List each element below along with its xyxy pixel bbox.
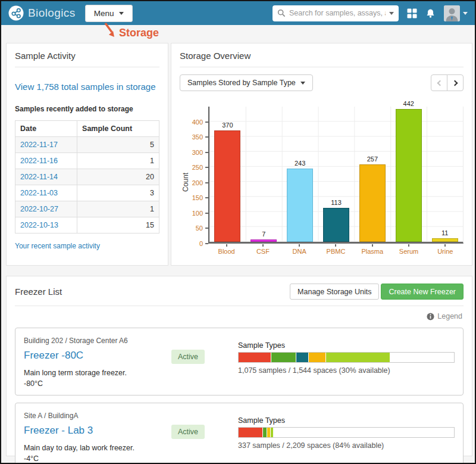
sample-type-segment[interactable]: [309, 353, 325, 362]
sample-types-bar[interactable]: [238, 352, 455, 363]
sample-type-segment[interactable]: [263, 428, 267, 437]
search-box[interactable]: [273, 5, 399, 21]
x-tick-label: CSF: [245, 244, 281, 255]
chart-y-axis-title: Count: [181, 173, 190, 192]
y-tick-label: 50: [196, 225, 203, 232]
sample-types-label: Sample Types: [238, 341, 455, 350]
chart-column: 442: [390, 107, 427, 242]
freezer-info: Site A / BuildingA Freezer - Lab 3 Main …: [24, 409, 171, 463]
bar-serum[interactable]: [396, 109, 422, 242]
legend-link[interactable]: Legend: [437, 312, 462, 320]
date-link[interactable]: 2022-11-03: [20, 189, 58, 197]
bar-value-label: 370: [209, 122, 246, 129]
bar-dna[interactable]: [287, 169, 313, 242]
freezer-status-column: Active: [171, 409, 225, 463]
recent-samples-table: Date Sample Count 2022-11-1752022-11-161…: [15, 120, 159, 233]
status-badge: Active: [171, 425, 205, 439]
manage-storage-units-button[interactable]: Manage Storage Units: [290, 284, 379, 300]
sample-type-segment[interactable]: [296, 353, 308, 362]
chevron-left-icon: [437, 80, 443, 86]
date-link[interactable]: 2022-10-27: [20, 205, 58, 213]
sample-count-cell: 1: [77, 201, 159, 217]
app-window: Biologics Menu: [0, 0, 476, 464]
sample-type-segment[interactable]: [326, 353, 390, 362]
freezer-info: Building 202 / Storage Center A6 Freezer…: [24, 334, 171, 388]
pager-prev-button[interactable]: [431, 74, 447, 91]
storage-overview-panel: Storage Overview Samples Stored by Sampl…: [171, 43, 472, 266]
bar-plasma[interactable]: [359, 164, 386, 242]
table-row: 2022-11-175: [15, 137, 159, 153]
chart-x-axis-labels: BloodCSFDNAPBMCPlasmaSerumUrine: [208, 244, 464, 255]
bar-value-label: 11: [427, 229, 463, 236]
freezer-name-link[interactable]: Freezer -80C: [24, 350, 83, 362]
y-tick-label: 400: [192, 119, 203, 126]
bar-urine[interactable]: [432, 238, 458, 242]
freezer-capacity: Sample Types 337 samples / 2,209 spaces …: [225, 409, 455, 463]
recent-activity-link[interactable]: Your recent sample activity: [15, 242, 100, 250]
y-tick-label: 250: [192, 164, 203, 171]
user-menu[interactable]: [444, 5, 468, 21]
search-input[interactable]: [289, 9, 386, 17]
chart-type-dropdown[interactable]: Samples Stored by Sample Type: [180, 74, 313, 91]
total-samples-link[interactable]: View 1,758 total samples in storage: [15, 82, 156, 92]
date-link[interactable]: 2022-10-13: [20, 221, 58, 229]
annotation-label: Storage: [119, 27, 159, 39]
create-new-freezer-button[interactable]: Create New Freezer: [381, 284, 464, 300]
freezer-card: Site A / BuildingA Freezer - Lab 3 Main …: [15, 403, 464, 464]
freezer-temperature: -4°C: [24, 454, 171, 463]
sample-count-cell: 5: [77, 137, 159, 153]
x-tick-label: DNA: [281, 244, 318, 255]
freezer-capacity: Sample Types 1,075 samples / 1,544 space…: [225, 334, 455, 388]
table-row: 2022-11-033: [15, 185, 159, 201]
brand-title: Biologics: [28, 7, 76, 20]
chart-type-dropdown-label: Samples Stored by Sample Type: [187, 79, 296, 87]
storage-overview-title: Storage Overview: [180, 51, 464, 61]
notifications-bell-icon[interactable]: [425, 8, 436, 18]
date-link[interactable]: 2022-11-16: [20, 157, 58, 165]
sample-count-cell: 1: [77, 153, 159, 169]
sample-types-bar[interactable]: [238, 427, 455, 438]
bar-csf[interactable]: [250, 239, 277, 242]
bar-pbmc[interactable]: [323, 208, 349, 242]
chart-column: 113: [318, 107, 355, 242]
bar-value-label: 7: [246, 231, 282, 238]
apps-grid-icon[interactable]: [407, 8, 417, 18]
sample-type-segment[interactable]: [239, 353, 271, 362]
pager-next-button[interactable]: [447, 74, 464, 91]
chevron-right-icon: [452, 80, 458, 86]
recently-added-label: Samples recently added to storage: [15, 105, 159, 113]
bar-value-label: 243: [282, 160, 318, 167]
sample-type-segment[interactable]: [271, 353, 296, 362]
chart-main: 370724311325744211 BloodCSFDNAPBMCPlasma…: [208, 107, 464, 255]
x-tick-label: Plasma: [354, 244, 390, 255]
freezer-list-title: Freezer List: [15, 287, 62, 297]
y-tick-label: 0: [199, 240, 203, 247]
x-tick-label: PBMC: [318, 244, 354, 255]
freezer-description: Main day to day, lab work freezer.: [24, 444, 171, 452]
date-link[interactable]: 2022-11-14: [20, 173, 58, 181]
activity-table-body: 2022-11-1752022-11-1612022-11-14202022-1…: [15, 137, 159, 233]
sample-type-segment[interactable]: [271, 428, 273, 437]
sample-count-cell: 20: [77, 169, 159, 185]
menu-button-label: Menu: [94, 9, 114, 18]
sample-types-label: Sample Types: [238, 416, 455, 425]
freezer-name-link[interactable]: Freezer - Lab 3: [24, 425, 93, 437]
bar-blood[interactable]: [214, 130, 240, 242]
brand[interactable]: Biologics: [8, 5, 76, 21]
menu-button[interactable]: Menu: [85, 5, 133, 22]
annotation-arrow-icon: [102, 23, 117, 39]
sample-activity-title: Sample Activity: [15, 51, 159, 61]
navbar-right: [273, 5, 468, 21]
freezer-usage-text: 337 samples / 2,209 spaces (84% availabl…: [238, 441, 455, 450]
search-caret-icon[interactable]: [389, 12, 394, 15]
chevron-down-icon: [119, 12, 124, 15]
breadcrumb: Site A / BuildingA: [24, 412, 171, 420]
column-header-sample-count: Sample Count: [77, 121, 159, 137]
chevron-down-icon: [300, 82, 305, 85]
divider: [180, 67, 464, 67]
legend-row: Legend: [16, 312, 462, 320]
storage-annotation: Storage: [102, 23, 159, 39]
date-link[interactable]: 2022-11-17: [20, 141, 58, 149]
sample-type-segment[interactable]: [239, 428, 262, 437]
sample-type-segment[interactable]: [267, 428, 270, 437]
